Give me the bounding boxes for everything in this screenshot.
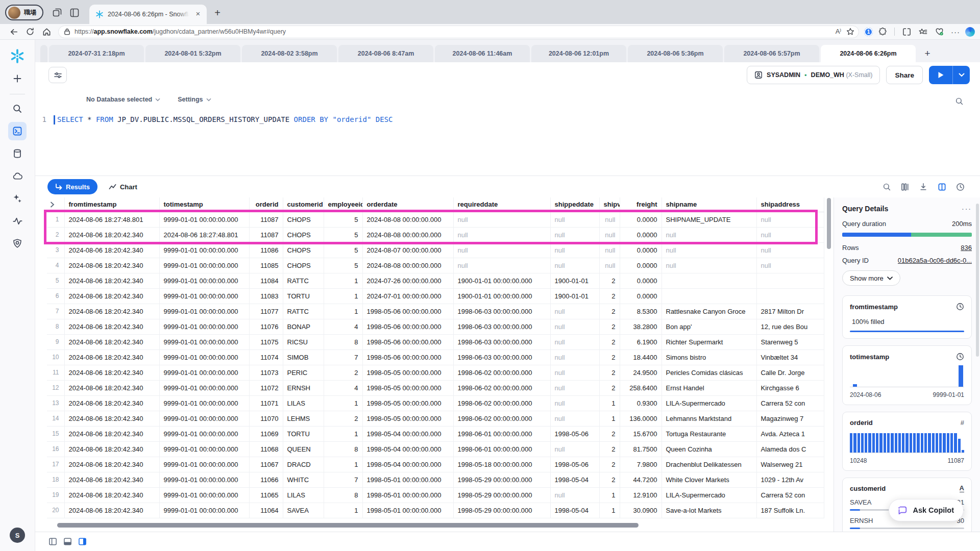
- vertical-tabs-icon[interactable]: [66, 4, 83, 21]
- cell[interactable]: 1: [599, 503, 620, 518]
- cell[interactable]: LEHMS: [283, 411, 324, 426]
- cell[interactable]: 9999-01-01 00:00:00.000: [159, 472, 249, 487]
- cell[interactable]: Tortuga Restaurante: [662, 426, 756, 441]
- cell[interactable]: null: [550, 380, 599, 395]
- cell[interactable]: 2024-08-06 18:20:42.340: [64, 258, 159, 273]
- columns-icon[interactable]: [897, 179, 913, 194]
- cell[interactable]: 1998-06-03 00:00:00.000: [453, 319, 550, 334]
- cell[interactable]: Ernst Handel: [662, 380, 756, 395]
- cell[interactable]: 9999-01-01 00:00:00.000: [159, 334, 249, 349]
- cell[interactable]: Bon app': [662, 319, 756, 334]
- cell[interactable]: 9999-01-01 00:00:00.000: [159, 411, 249, 426]
- cell[interactable]: 1998-05-05 00:00:00.000: [362, 411, 453, 426]
- cell[interactable]: 2: [599, 365, 620, 380]
- cell[interactable]: 9999-01-01 00:00:00.000: [159, 258, 249, 273]
- worksheet-tab[interactable]: 2024-07-31 2:18pm: [49, 45, 144, 62]
- cell[interactable]: null: [550, 212, 599, 227]
- expand-results-icon[interactable]: [47, 197, 64, 212]
- cell[interactable]: 0.9300: [620, 395, 662, 411]
- cell[interactable]: null: [756, 212, 824, 227]
- cell[interactable]: null: [550, 258, 599, 273]
- cell[interactable]: Save-a-lot Markets: [662, 503, 756, 518]
- cell[interactable]: null: [662, 258, 756, 273]
- cell[interactable]: 1998-05-29 00:00:00.000: [453, 472, 550, 487]
- cell[interactable]: 1998-05-05 00:00:00.000: [362, 380, 453, 395]
- cell[interactable]: 1029 - 12th Av: [756, 472, 824, 487]
- cell[interactable]: 1998-05-06 00:00:00.000: [362, 304, 453, 319]
- home-icon[interactable]: [40, 26, 53, 38]
- cell[interactable]: 9999-01-01 00:00:00.000: [159, 349, 249, 365]
- cell[interactable]: 2024-08-08 00:00:00.000: [362, 227, 453, 242]
- column-header-shipaddress[interactable]: shipaddress: [756, 197, 824, 212]
- cell[interactable]: Kirchgasse 6: [756, 380, 824, 395]
- cell[interactable]: 8.5300: [620, 304, 662, 319]
- cell[interactable]: 0.0000: [620, 212, 662, 227]
- cell[interactable]: TORTU: [283, 426, 324, 441]
- cell[interactable]: [756, 273, 824, 288]
- cell[interactable]: null: [550, 365, 599, 380]
- cell[interactable]: 2024-07-01 00:00:00.000: [362, 288, 453, 304]
- column-card-fromtimestamp[interactable]: fromtimestamp 100% filled: [842, 295, 972, 339]
- cell[interactable]: null: [550, 349, 599, 365]
- cell[interactable]: null: [756, 242, 824, 258]
- layout-left-panel-icon[interactable]: [48, 537, 57, 546]
- cell[interactable]: 1998-06-02 00:00:00.000: [453, 411, 550, 426]
- cell[interactable]: 1998-05-06: [550, 426, 599, 441]
- cell[interactable]: 8: [324, 334, 362, 349]
- cell[interactable]: Carrera 52 con: [756, 395, 824, 411]
- cell[interactable]: null: [599, 242, 620, 258]
- cell[interactable]: 5: [324, 258, 362, 273]
- cell[interactable]: PERIC: [283, 365, 324, 380]
- cell[interactable]: 11084: [249, 273, 283, 288]
- cell[interactable]: null: [662, 227, 756, 242]
- context-selector[interactable]: SYSADMIN • DEMO_WH (X-Small): [747, 66, 880, 84]
- cell[interactable]: 38.2800: [620, 319, 662, 334]
- cell[interactable]: BONAP: [283, 319, 324, 334]
- cell[interactable]: Simons bistro: [662, 349, 756, 365]
- cell[interactable]: Richter Supermarkt: [662, 334, 756, 349]
- cell[interactable]: 44.7200: [620, 472, 662, 487]
- cell[interactable]: 9999-01-01 00:00:00.000: [159, 212, 249, 227]
- details-scrollbar[interactable]: [976, 204, 979, 357]
- cell[interactable]: SHIPNAME_UPDATE: [662, 212, 756, 227]
- cell[interactable]: 1998-06-03 00:00:00.000: [453, 304, 550, 319]
- cell[interactable]: RICSU: [283, 334, 324, 349]
- cell[interactable]: 2024-08-06 18:20:42.340: [64, 273, 159, 288]
- layout-right-panel-icon[interactable]: [78, 537, 87, 546]
- cell[interactable]: Drachenblut Delikatessen: [662, 457, 756, 472]
- cell[interactable]: 1998-06-03 00:00:00.000: [453, 334, 550, 349]
- cell[interactable]: null: [453, 258, 550, 273]
- cell[interactable]: [662, 288, 756, 304]
- column-header-orderdate[interactable]: orderdate: [362, 197, 453, 212]
- worksheet-tab[interactable]: 2024-08-06 5:57pm: [724, 45, 819, 62]
- run-options-icon[interactable]: [952, 66, 970, 84]
- cell[interactable]: null: [453, 227, 550, 242]
- cell[interactable]: 1: [324, 426, 362, 441]
- cell[interactable]: 9999-01-01 00:00:00.000: [159, 457, 249, 472]
- tab-close-icon[interactable]: ×: [193, 10, 203, 19]
- cell[interactable]: null: [550, 395, 599, 411]
- cell[interactable]: 187 Suffolk Ln.: [756, 503, 824, 518]
- cell[interactable]: 1: [599, 395, 620, 411]
- address-bar[interactable]: https://app.snowflake.com/jugdhon/cdata_…: [58, 26, 859, 38]
- cell[interactable]: 5: [324, 227, 362, 242]
- cell[interactable]: Pericles Comidas clásicas: [662, 365, 756, 380]
- cell[interactable]: 1998-05-04 00:00:00.000: [362, 457, 453, 472]
- cell[interactable]: 4: [324, 319, 362, 334]
- cell[interactable]: 2: [599, 288, 620, 304]
- cell[interactable]: 0.0000: [620, 227, 662, 242]
- cell[interactable]: 1: [324, 457, 362, 472]
- cell[interactable]: 11070: [249, 411, 283, 426]
- cell[interactable]: 1998-05-06: [550, 457, 599, 472]
- cell[interactable]: 2: [599, 273, 620, 288]
- database-selector[interactable]: No Database selected: [86, 96, 160, 103]
- column-header-fromtimestamp[interactable]: fromtimestamp: [64, 197, 159, 212]
- download-icon[interactable]: [916, 179, 931, 194]
- worksheet-tab[interactable]: 2024-08-06 8:47am: [338, 45, 433, 62]
- cell[interactable]: 2: [599, 334, 620, 349]
- cell[interactable]: 1: [599, 487, 620, 503]
- cell[interactable]: 1998-05-06 00:00:00.000: [362, 334, 453, 349]
- vertical-scrollbar[interactable]: [827, 198, 831, 249]
- cell[interactable]: 1: [324, 288, 362, 304]
- share-button[interactable]: Share: [886, 66, 923, 84]
